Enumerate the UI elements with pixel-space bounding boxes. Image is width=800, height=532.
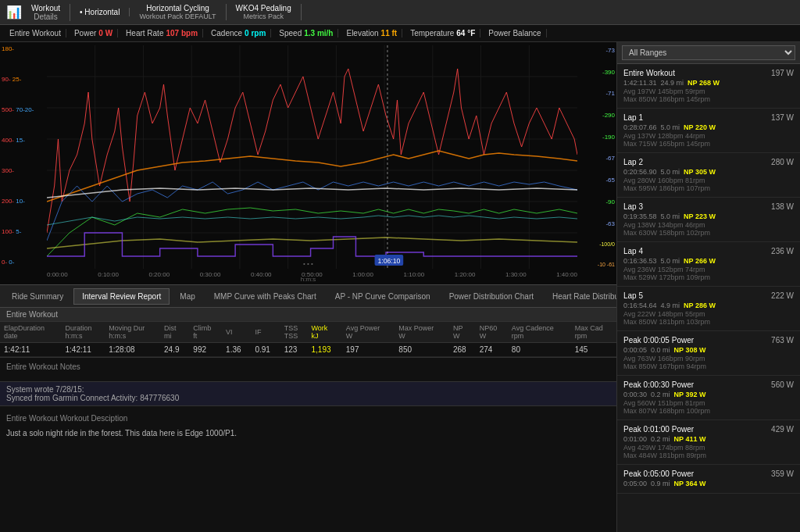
entry-time: 0:16:54.64 4.9 mi NP 286 W bbox=[623, 302, 794, 309]
right-panel-entry-5[interactable]: Lap 5 222 W 0:16:54.64 4.9 mi NP 286 W A… bbox=[617, 287, 800, 331]
entry-avg: Avg 429W 174bpm 88rpm bbox=[623, 444, 794, 452]
table-header-row: ElapDurationdate Durationh:m:s Moving Du… bbox=[0, 322, 616, 343]
entry-title: Peak 0:00:05 Power 763 W bbox=[623, 336, 794, 345]
right-panel: All Ranges Entire Workout 197 W 1:42:11.… bbox=[616, 42, 800, 532]
entry-avg: Avg 280W 160bpm 81rpm bbox=[623, 177, 794, 184]
entry-avg: Avg 560W 151bpm 81rpm bbox=[623, 399, 794, 407]
toolbar: 📊 Workout Details • Horizontal Horizonta… bbox=[0, 0, 800, 25]
col-np: NPW bbox=[449, 322, 476, 343]
col-if: IF bbox=[251, 322, 280, 343]
col-elapduration: ElapDurationdate bbox=[0, 322, 61, 343]
scrubber-dots: • • • bbox=[303, 260, 313, 267]
col-moving-dur: Moving Durh:m:s bbox=[105, 322, 160, 343]
stat-power: Power 0 W bbox=[70, 29, 118, 37]
table-row: 1:42:11 1:42:11 1:28:08 24.9 992 1.36 0.… bbox=[0, 343, 616, 357]
toolbar-horizontal[interactable]: • Horizontal bbox=[80, 8, 130, 16]
entry-time: 0:01:00 0.2 mi NP 411 W bbox=[623, 435, 794, 443]
right-panel-entry-2[interactable]: Lap 2 280 W 0:20:56.90 5.0 mi NP 305 W A… bbox=[617, 153, 800, 198]
tab-mmp-curve[interactable]: MMP Curve with Peaks Chart bbox=[205, 288, 325, 305]
right-panel-entry-3[interactable]: Lap 3 138 W 0:19:35.58 5.0 mi NP 223 W A… bbox=[617, 198, 800, 242]
entry-max: Max 630W 158bpm 102rpm bbox=[623, 229, 794, 237]
stat-elevation: Elevation 11 ft bbox=[341, 29, 402, 37]
entry-max: Max 807W 168bpm 100rpm bbox=[623, 407, 794, 415]
entry-max: Max 850W 167bpm 94rpm bbox=[623, 362, 794, 370]
entry-time: 0:19:35.58 5.0 mi NP 223 W bbox=[623, 212, 794, 220]
col-work: WorkkJ bbox=[307, 322, 341, 343]
entry-title: Entire Workout 197 W bbox=[623, 69, 794, 77]
entry-avg: Avg 197W 145bpm 59rpm bbox=[623, 87, 794, 95]
right-panel-entry-9[interactable]: Peak 0:05:00 Power 359 W 0:05:00 0.9 mi … bbox=[617, 465, 800, 494]
entry-max: Max 850W 181bpm 103rpm bbox=[623, 318, 794, 326]
entry-time: 0:20:56.90 5.0 mi NP 305 W bbox=[623, 168, 794, 176]
svg-text:1:06:10: 1:06:10 bbox=[377, 257, 400, 265]
tab-map[interactable]: Map bbox=[171, 288, 203, 305]
toolbar-metrics-pack[interactable]: WKO4 Pedaling Metrics Pack bbox=[236, 4, 302, 20]
tab-interval-review[interactable]: Interval Review Report bbox=[73, 288, 170, 305]
right-panel-entry-0[interactable]: Entire Workout 197 W 1:42:11.31 24.9 mi … bbox=[617, 64, 800, 109]
chart-icon: 📊 bbox=[6, 5, 22, 20]
entry-avg: Avg 138W 134bpm 46rpm bbox=[623, 221, 794, 229]
tabs-area: Ride Summary Interval Review Report Map … bbox=[0, 284, 616, 308]
col-avg-cadence: Avg Cadencerpm bbox=[508, 322, 571, 343]
tab-hr-dist[interactable]: Heart Rate Distribution Chart bbox=[544, 288, 616, 305]
right-panel-entry-7[interactable]: Peak 0:00:30 Power 560 W 0:00:30 0.2 mi … bbox=[617, 376, 800, 420]
right-panel-entry-6[interactable]: Peak 0:00:05 Power 763 W 0:00:05 0.0 mi … bbox=[617, 331, 800, 376]
col-avg-power: Avg PowerW bbox=[342, 322, 395, 343]
entry-max: Max 529W 172bpm 109rpm bbox=[623, 273, 794, 281]
col-tss: TSSTSS bbox=[280, 322, 308, 343]
entry-title: Lap 5 222 W bbox=[623, 291, 794, 300]
col-vi: VI bbox=[222, 322, 251, 343]
chart-svg: 1:06:10 bbox=[47, 45, 577, 269]
y-axis-left: 180- 90- 25- 500- 70-20- 400- 15- 300- 2… bbox=[0, 42, 47, 269]
left-panel: 180- 90- 25- 500- 70-20- 400- 15- 300- 2… bbox=[0, 42, 616, 532]
entry-max: Max 850W 186bpm 145rpm bbox=[623, 95, 794, 103]
tab-ride-summary[interactable]: Ride Summary bbox=[3, 288, 72, 305]
stat-temperature: Temperature 64 °F bbox=[405, 29, 480, 37]
col-max-cad: Max Cadrpm bbox=[571, 322, 616, 343]
entry-time: 0:16:36.53 5.0 mi NP 266 W bbox=[623, 257, 794, 265]
entry-title: Peak 0:00:30 Power 560 W bbox=[623, 380, 794, 389]
right-entries: Entire Workout 197 W 1:42:11.31 24.9 mi … bbox=[617, 64, 800, 494]
chart-area[interactable]: 180- 90- 25- 500- 70-20- 400- 15- 300- 2… bbox=[0, 42, 616, 284]
right-panel-entry-8[interactable]: Peak 0:01:00 Power 429 W 0:01:00 0.2 mi … bbox=[617, 420, 800, 465]
tab-power-dist[interactable]: Power Distribution Chart bbox=[441, 288, 542, 305]
entry-avg: Avg 137W 128bpm 44rpm bbox=[623, 132, 794, 140]
entry-avg: Avg 236W 152bpm 74rpm bbox=[623, 266, 794, 273]
notes-description: Entire Workout Workout Desciption Just a… bbox=[0, 409, 616, 442]
toolbar-workout-details[interactable]: Workout Details bbox=[31, 4, 70, 21]
col-np60: NP60W bbox=[476, 322, 508, 343]
tab-ap-np-curve[interactable]: AP - NP Curve Comparison bbox=[327, 288, 439, 305]
stats-bar: Entire Workout Power 0 W Heart Rate 107 … bbox=[0, 25, 800, 42]
data-area: Entire Workout ElapDurationdate Duration… bbox=[0, 308, 616, 532]
col-dist: Distmi bbox=[160, 322, 189, 343]
entry-time: 1:42:11.31 24.9 mi NP 268 W bbox=[623, 79, 794, 87]
entry-title: Lap 2 280 W bbox=[623, 158, 794, 166]
entry-time: 0:28:07.66 5.0 mi NP 220 W bbox=[623, 123, 794, 131]
main-layout: 180- 90- 25- 500- 70-20- 400- 15- 300- 2… bbox=[0, 42, 800, 532]
entry-avg: Avg 222W 148bpm 55rpm bbox=[623, 310, 794, 318]
data-table: ElapDurationdate Durationh:m:s Moving Du… bbox=[0, 322, 616, 357]
right-panel-header: All Ranges bbox=[617, 42, 800, 64]
range-select[interactable]: All Ranges bbox=[622, 45, 795, 60]
right-panel-entry-4[interactable]: Lap 4 236 W 0:16:36.53 5.0 mi NP 266 W A… bbox=[617, 242, 800, 287]
stat-speed: Speed 1.3 mi/h bbox=[274, 29, 338, 37]
col-duration: Durationh:m:s bbox=[61, 322, 105, 343]
stat-cadence: Cadence 0 rpm bbox=[206, 29, 271, 37]
stat-entire-workout: Entire Workout bbox=[5, 29, 66, 37]
col-climb: Climbft bbox=[189, 322, 222, 343]
entry-time: 0:00:05 0.0 mi NP 308 W bbox=[623, 346, 794, 354]
toolbar-workout-pack[interactable]: Horizontal Cycling Workout Pack DEFAULT bbox=[139, 4, 226, 20]
entry-max: Max 595W 186bpm 107rpm bbox=[623, 184, 794, 192]
notes-system: System wrote 7/28/15: Synced from Garmin… bbox=[0, 381, 616, 406]
entry-avg: Avg 763W 166bpm 90rpm bbox=[623, 355, 794, 362]
stat-heart-rate: Heart Rate 107 bpm bbox=[121, 29, 203, 37]
workout-notes-section: Entire Workout Notes bbox=[0, 357, 616, 378]
entry-title: Lap 3 138 W bbox=[623, 202, 794, 211]
entry-title: Lap 1 137 W bbox=[623, 113, 794, 122]
col-max-power: Max PowerW bbox=[395, 322, 449, 343]
stat-power-balance: Power Balance bbox=[484, 29, 546, 37]
entry-time: 0:00:30 0.2 mi NP 392 W bbox=[623, 391, 794, 398]
entry-max: Max 715W 165bpm 145rpm bbox=[623, 140, 794, 148]
entry-title: Peak 0:01:00 Power 429 W bbox=[623, 425, 794, 434]
right-panel-entry-1[interactable]: Lap 1 137 W 0:28:07.66 5.0 mi NP 220 W A… bbox=[617, 109, 800, 153]
